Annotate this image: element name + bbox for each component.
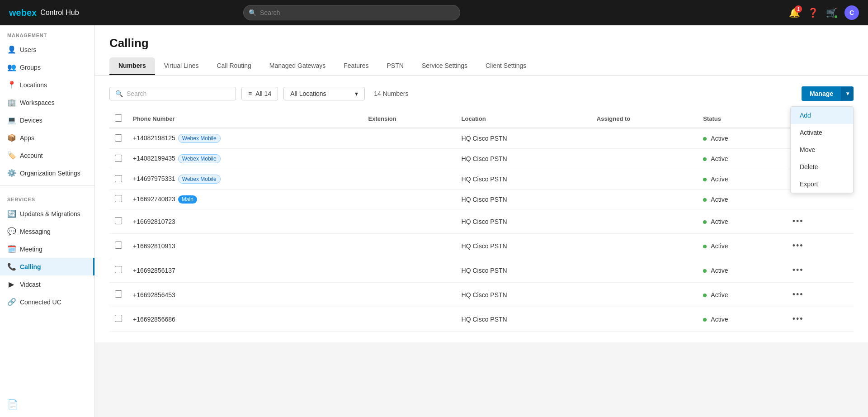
status-cell: Active <box>698 209 783 234</box>
tab-features[interactable]: Features <box>335 57 377 75</box>
assigned-to-cell <box>591 234 698 258</box>
location-cell: HQ Cisco PSTN <box>456 128 591 149</box>
status-cell: Active <box>698 307 783 332</box>
assigned-to-cell <box>591 128 698 149</box>
status-text: Active <box>711 218 728 225</box>
page-header: Calling NumbersVirtual LinesCall Routing… <box>95 25 868 76</box>
row-checkbox[interactable] <box>115 266 122 273</box>
row-checkbox[interactable] <box>115 155 122 162</box>
tab-virtual-lines[interactable]: Virtual Lines <box>155 57 208 75</box>
dropdown-item-activate[interactable]: Activate <box>791 124 853 141</box>
row-more-button[interactable]: ••• <box>789 264 807 277</box>
dropdown-item-delete[interactable]: Delete <box>791 158 853 175</box>
sidebar-item-groups[interactable]: 👥Groups <box>0 58 94 76</box>
main-content: Calling NumbersVirtual LinesCall Routing… <box>95 25 868 417</box>
status-text: Active <box>711 196 728 203</box>
phone-number-value: +14082198125 <box>133 134 175 142</box>
row-checkbox[interactable] <box>115 195 122 202</box>
phone-number-value: +14082199435 <box>133 155 175 162</box>
assigned-to-cell <box>591 307 698 332</box>
row-more-button[interactable]: ••• <box>789 288 807 301</box>
sidebar-item-devices[interactable]: 💻Devices <box>0 111 94 129</box>
row-checkbox[interactable] <box>115 217 122 224</box>
sidebar-item-account[interactable]: 🏷️Account <box>0 147 94 164</box>
tab-managed-gateways[interactable]: Managed Gateways <box>260 57 335 75</box>
location-cell: HQ Cisco PSTN <box>456 234 591 258</box>
sidebar-item-connected-uc[interactable]: 🔗Connected UC <box>0 293 94 311</box>
location-cell: HQ Cisco PSTN <box>456 209 591 234</box>
apps-button[interactable]: 🛒 <box>826 7 837 18</box>
table-row: +16692856453 HQ Cisco PSTN Active ••• <box>109 283 854 307</box>
location-cell: HQ Cisco PSTN <box>456 307 591 332</box>
filter-button[interactable]: ≡ All 14 <box>241 87 278 100</box>
extension-cell <box>363 209 456 234</box>
col-location: Location <box>456 110 591 128</box>
manage-button[interactable]: Manage ▾ <box>802 86 854 101</box>
actions-cell: ••• <box>783 258 854 283</box>
status-dot <box>703 294 707 297</box>
phone-tag: Webex Mobile <box>178 175 221 184</box>
manage-dropdown-icon[interactable]: ▾ <box>841 87 854 100</box>
row-more-button[interactable]: ••• <box>789 239 807 252</box>
dropdown-item-move[interactable]: Move <box>791 141 853 158</box>
phone-number-cell: +14082199435Webex Mobile <box>127 149 363 169</box>
assigned-to-cell <box>591 149 698 169</box>
extension-cell <box>363 190 456 209</box>
sidebar-item-workspaces[interactable]: 🏢Workspaces <box>0 94 94 111</box>
table-header: Phone Number Extension Location Assigned… <box>109 110 854 128</box>
status-dot <box>703 178 707 181</box>
sidebar-item-messaging[interactable]: 💬Messaging <box>0 223 94 240</box>
numbers-table: Phone Number Extension Location Assigned… <box>109 110 854 332</box>
row-more-button[interactable]: ••• <box>789 215 807 228</box>
sidebar-locations-icon: 📍 <box>7 81 15 89</box>
assigned-to-cell <box>591 209 698 234</box>
sidebar-item-locations[interactable]: 📍Locations <box>0 76 94 94</box>
sidebar-item-meeting[interactable]: 🗓️Meeting <box>0 240 94 258</box>
tab-numbers[interactable]: Numbers <box>109 57 155 75</box>
sidebar-item-updates[interactable]: 🔄Updates & Migrations <box>0 205 94 223</box>
status-cell: Active <box>698 258 783 283</box>
row-more-button[interactable]: ••• <box>789 313 807 326</box>
sidebar-updates-icon: 🔄 <box>7 209 15 218</box>
table-row: +16692856137 HQ Cisco PSTN Active ••• <box>109 258 854 283</box>
table-search-input[interactable] <box>127 90 230 97</box>
dropdown-item-export[interactable]: Export <box>791 175 853 193</box>
phone-number-value: +16692740823 <box>133 195 175 203</box>
sidebar-item-org-settings[interactable]: ⚙️Organization Settings <box>0 164 94 182</box>
row-checkbox[interactable] <box>115 290 122 298</box>
tab-service-settings[interactable]: Service Settings <box>413 57 476 75</box>
sidebar-item-apps[interactable]: 📦Apps <box>0 129 94 147</box>
phone-number-cell: +16692856453 <box>127 283 363 307</box>
footer-icon[interactable]: 📄 <box>7 399 19 409</box>
assigned-to-cell <box>591 169 698 190</box>
row-checkbox[interactable] <box>115 242 122 249</box>
location-dropdown[interactable]: All Locations ▾ <box>283 87 365 100</box>
row-checkbox[interactable] <box>115 134 122 142</box>
user-avatar[interactable]: C <box>844 5 859 20</box>
row-checkbox[interactable] <box>115 315 122 322</box>
top-nav-actions: 🔔 1 ❓ 🛒 C <box>789 5 859 20</box>
sidebar-item-calling[interactable]: 📞Calling <box>0 258 94 275</box>
select-all-checkbox[interactable] <box>115 114 122 122</box>
sidebar-devices-label: Devices <box>20 117 42 124</box>
notifications-button[interactable]: 🔔 1 <box>789 7 800 18</box>
sidebar-item-vidcast[interactable]: ▶Vidcast <box>0 275 94 293</box>
status-cell: Active <box>698 190 783 209</box>
tab-pstn[interactable]: PSTN <box>378 57 413 75</box>
table-row: +16692810913 HQ Cisco PSTN Active ••• <box>109 234 854 258</box>
table-row: +14697975331Webex Mobile HQ Cisco PSTN A… <box>109 169 854 190</box>
row-checkbox[interactable] <box>115 175 122 182</box>
global-search-input[interactable] <box>243 5 460 20</box>
phone-number-value: +16692856137 <box>133 267 175 274</box>
dropdown-item-add[interactable]: Add <box>791 107 853 124</box>
help-button[interactable]: ❓ <box>807 7 819 18</box>
phone-tag: Webex Mobile <box>178 134 221 143</box>
location-cell: HQ Cisco PSTN <box>456 258 591 283</box>
tab-client-settings[interactable]: Client Settings <box>476 57 535 75</box>
extension-cell <box>363 169 456 190</box>
table-search-box[interactable]: 🔍 <box>109 87 236 100</box>
tab-call-routing[interactable]: Call Routing <box>208 57 260 75</box>
select-all-header <box>109 110 127 128</box>
sidebar-item-users[interactable]: 👤Users <box>0 41 94 58</box>
status-dot <box>703 318 707 322</box>
